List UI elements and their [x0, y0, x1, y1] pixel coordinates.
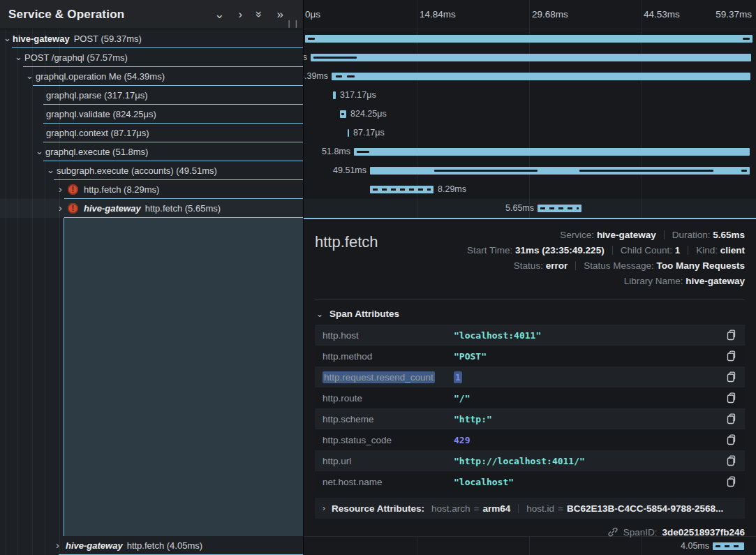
expand-all-icon[interactable]: »: [277, 8, 283, 20]
tree-row[interactable]: ›!http.fetch (8.29ms): [0, 180, 303, 199]
spanid-row: SpanID: 3de02518937fb246: [315, 526, 745, 538]
attribute-value: 429: [454, 435, 725, 445]
tree-row[interactable]: ⌄graphql.operation Me (54.39ms): [0, 67, 303, 86]
span-bar[interactable]: [370, 186, 433, 193]
copy-icon[interactable]: [725, 371, 737, 383]
selected-span-children-region[interactable]: [64, 218, 303, 536]
tree-row[interactable]: graphql.context (87.17μs): [0, 124, 303, 142]
span-bar[interactable]: [311, 54, 751, 61]
copy-icon[interactable]: [725, 329, 737, 341]
duration-label: 51.8ms: [322, 147, 350, 156]
span-attributes-title: Span Attributes: [329, 309, 399, 319]
chevron-down-icon[interactable]: ⌄: [15, 52, 22, 62]
axis-tick: 0μs: [305, 9, 320, 20]
child-span-mark: [743, 38, 750, 40]
tree-row[interactable]: ⌄hive-gatewayPOST (59.37ms): [0, 29, 303, 48]
separator: [518, 504, 519, 513]
span-bar[interactable]: [370, 167, 750, 175]
expand-one-icon[interactable]: ›: [238, 8, 242, 20]
tree-row[interactable]: graphql.parse (317.17μs): [0, 86, 303, 105]
tree-row[interactable]: ›hive-gatewayhttp.fetch (4.05ms): [0, 536, 303, 555]
timeline-row[interactable]: [304, 29, 756, 48]
span-bar[interactable]: [305, 35, 753, 43]
attribute-value-text: "/": [454, 393, 470, 404]
span-bar[interactable]: [348, 129, 349, 137]
attribute-row: http.status_code429: [315, 429, 745, 450]
tree-header: Service & Operation ⌄›»»: [0, 0, 303, 29]
timeline-row[interactable]: 54.39ms: [304, 67, 756, 86]
attribute-value-text: 429: [454, 435, 470, 445]
timeline-row[interactable]: 824.25μs: [304, 105, 756, 124]
copy-icon[interactable]: [725, 413, 737, 425]
attribute-key-text: net.host.name: [323, 477, 383, 487]
span-label: graphql.operation Me (54.39ms): [36, 71, 165, 82]
attribute-value: "POST": [454, 351, 725, 362]
copy-icon[interactable]: [725, 475, 737, 488]
chevron-right-icon[interactable]: ›: [56, 538, 59, 550]
attribute-value-text: 1: [454, 371, 462, 383]
chevron-down-icon[interactable]: ⌄: [36, 146, 43, 156]
span-bar[interactable]: [332, 73, 750, 80]
timeline-row[interactable]: 57.57ms: [304, 48, 756, 67]
tree-row-content: hive-gatewayhttp.fetch (4.05ms): [66, 536, 202, 555]
tree-row[interactable]: graphql.validate (824.25μs): [0, 105, 303, 124]
child-span-mark: [313, 57, 357, 59]
meta-value: 1: [675, 245, 681, 256]
tree-row[interactable]: ⌄graphql.execute (51.8ms): [0, 142, 303, 161]
tree-row[interactable]: ›!hive-gatewayhttp.fetch (5.65ms): [0, 199, 303, 218]
span-label: graphql.execute (51.8ms): [45, 147, 148, 157]
tree-row-content: graphql.validate (824.25μs): [46, 105, 156, 124]
collapse-one-icon[interactable]: ⌄: [214, 8, 224, 20]
timeline-row[interactable]: 51.8ms: [304, 142, 756, 161]
attribute-row: http.host"localhost:4011": [315, 325, 745, 346]
span-bar[interactable]: [333, 91, 336, 99]
copy-icon[interactable]: [725, 454, 737, 467]
timeline-row[interactable]: 87.17μs: [304, 124, 756, 142]
child-span-mark: [741, 170, 747, 172]
resource-attributes-row[interactable]: ›Resource Attributes:host.arch=arm64host…: [315, 498, 745, 519]
chevron-down-icon[interactable]: ⌄: [47, 165, 54, 175]
copy-icon[interactable]: [725, 392, 737, 404]
meta-label: Status:: [514, 260, 546, 271]
timeline-row[interactable]: 8.29ms: [304, 180, 756, 199]
span-bar[interactable]: [713, 542, 744, 550]
duration-label: 8.29ms: [438, 184, 466, 194]
service-name: hive-gateway: [84, 203, 141, 214]
attribute-key: http.method: [323, 351, 454, 362]
span-bar[interactable]: [340, 110, 346, 118]
meta-line: Service: hive-gatewayDuration: 5.65ms: [467, 228, 745, 243]
timeline-row[interactable]: 317.17μs: [304, 86, 756, 105]
chevron-down-icon[interactable]: ⌄: [3, 33, 11, 43]
attribute-value-text: "POST": [454, 351, 487, 362]
meta-label: Duration:: [672, 230, 713, 240]
panel-resize-handle[interactable]: ❘❘: [286, 19, 300, 28]
resource-key: host.arch: [431, 503, 470, 514]
copy-icon[interactable]: [725, 350, 737, 362]
attribute-value: "localhost:4011": [454, 330, 725, 341]
span-bar[interactable]: [538, 205, 581, 212]
meta-line: Status: errorStatus Message: Too Many Re…: [467, 258, 745, 274]
span-label: graphql.parse (317.17μs): [46, 90, 148, 101]
attribute-key-text: http.host: [323, 330, 359, 341]
chevron-down-icon[interactable]: ⌄: [26, 71, 34, 81]
span-attributes-header[interactable]: ⌄ Span Attributes: [316, 309, 745, 319]
span-bar[interactable]: [354, 148, 750, 156]
chevron-right-icon[interactable]: ›: [59, 182, 62, 194]
separator: [664, 230, 665, 239]
span-label: POST /graphql (57.57ms): [24, 52, 128, 63]
error-icon: !: [68, 184, 78, 195]
panel-title: Service & Operation: [8, 8, 214, 22]
timeline-row[interactable]: 49.51ms: [304, 161, 756, 180]
copy-icon[interactable]: [725, 434, 737, 446]
resource-attributes-title: Resource Attributes:: [332, 503, 424, 514]
trace-viewer: Service & Operation ⌄›»» ❘❘ ⌄hive-gatewa…: [0, 0, 756, 555]
chevron-right-icon[interactable]: ›: [59, 201, 62, 213]
equals-sign: =: [554, 503, 567, 514]
collapse-all-icon[interactable]: »: [253, 11, 265, 17]
span-label: http.fetch (5.65ms): [145, 203, 221, 214]
link-icon[interactable]: [607, 526, 618, 538]
tree-row[interactable]: ⌄subgraph.execute (accounts) (49.51ms): [0, 161, 303, 180]
timeline-row[interactable]: 5.65ms: [304, 199, 756, 218]
axis-tick: 29.68ms: [532, 9, 568, 20]
tree-row[interactable]: ⌄POST /graphql (57.57ms): [0, 48, 303, 67]
